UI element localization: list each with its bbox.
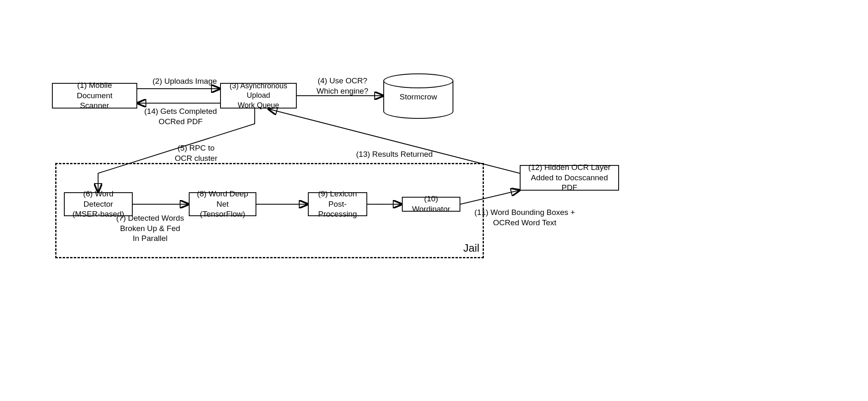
node-label: (8) Word Deep Net(TensorFlow) <box>196 189 249 219</box>
node-stormcrow: Stormcrow <box>383 73 453 119</box>
edge-label-gets-pdf: (14) Gets CompletedOCRed PDF <box>144 106 217 127</box>
node-async-upload-queue: (3) Asynchronous UploadWork Queue <box>220 83 297 109</box>
node-label: (10) Wordinator <box>409 194 453 214</box>
cylinder-mask <box>384 104 453 111</box>
edge-label-rpc: (5) RPC toOCR cluster <box>175 143 217 163</box>
node-hidden-ocr-layer: (12) Hidden OCR LayerAdded to Docscanned… <box>520 165 619 191</box>
edge-label-bounding-boxes: (11) Word Bounding Boxes +OCRed Word Tex… <box>474 208 575 228</box>
node-label: (3) Asynchronous UploadWork Queue <box>223 81 294 110</box>
node-lexicon: (9) LexiconPost-Processing <box>308 192 367 216</box>
node-wordinator: (10) Wordinator <box>402 197 460 212</box>
node-word-deep-net: (8) Word Deep Net(TensorFlow) <box>189 192 256 216</box>
cylinder-top <box>383 73 453 88</box>
node-label: (9) LexiconPost-Processing <box>315 189 360 219</box>
edge-label-uploads-image: (2) Uploads Image <box>152 76 217 87</box>
node-label: (1) Mobile DocumentScanner <box>59 80 130 111</box>
node-label: Stormcrow <box>400 92 437 101</box>
node-label: (12) Hidden OCR LayerAdded to Docscanned… <box>527 163 612 193</box>
node-word-detector: (6) Word Detector(MSER-based) <box>64 192 133 216</box>
jail-label: Jail <box>463 242 479 255</box>
edge-label-use-ocr: (4) Use OCR?Which engine? <box>317 76 368 96</box>
edge-label-results-returned: (13) Results Returned <box>356 149 433 160</box>
edge-label-detected-words: (7) Detected WordsBroken Up & FedIn Para… <box>116 213 184 244</box>
node-mobile-document-scanner: (1) Mobile DocumentScanner <box>52 83 137 109</box>
